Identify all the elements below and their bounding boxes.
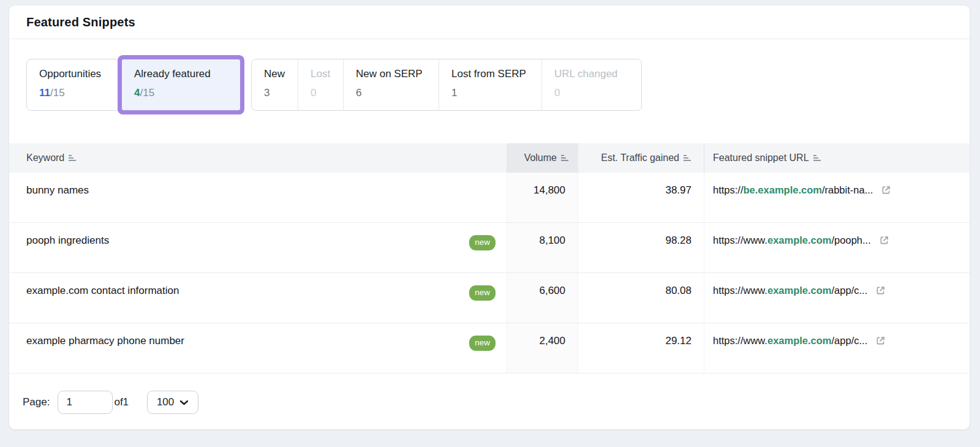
volume-value: 6,600 xyxy=(507,273,578,323)
external-link-icon[interactable] xyxy=(875,285,886,298)
column-header-url[interactable]: Featured snippet URL xyxy=(704,143,970,173)
tab-lost-count: 0 xyxy=(311,87,331,99)
snippet-url[interactable]: https://www.example.com/app/c... xyxy=(713,285,867,296)
snippet-url[interactable]: https://www.example.com/pooph... xyxy=(713,235,871,246)
tab-opportunities-label: Opportunities xyxy=(39,68,110,80)
tab-already-featured[interactable]: Already featured 4/15 xyxy=(122,59,240,110)
tab-opportunities-count: 11 xyxy=(39,87,50,99)
tab-lost-from-serp-count: 1 xyxy=(451,87,529,99)
tab-new-label: New xyxy=(264,68,285,80)
page-title: Featured Snippets xyxy=(26,15,135,29)
column-header-volume[interactable]: Volume xyxy=(507,143,578,173)
keyword-text: bunny names xyxy=(26,184,89,197)
page-size-value: 100 xyxy=(157,396,174,408)
tab-new-count: 3 xyxy=(264,87,285,99)
sort-icon[interactable] xyxy=(69,154,77,162)
tab-url-changed-count: 0 xyxy=(554,87,629,99)
snippet-url[interactable]: https://www.example.com/app/c... xyxy=(713,335,867,347)
secondary-filter-group: New 3 Lost 0 New on SERP 6 Lost from SER… xyxy=(251,59,642,111)
tab-lost-label: Lost xyxy=(311,68,331,80)
page-label: Page: xyxy=(23,396,50,408)
volume-value: 8,100 xyxy=(507,223,578,272)
traffic-value: 38.97 xyxy=(578,173,704,222)
tab-opportunities[interactable]: Opportunities 11/15 xyxy=(27,59,122,110)
external-link-icon[interactable] xyxy=(879,235,889,248)
table-row: pooph ingredients new 8,100 98.28 https:… xyxy=(9,223,970,273)
keyword-text: example.com contact information xyxy=(26,285,179,297)
panel-header: Featured Snippets xyxy=(9,6,970,39)
table-row: example pharmacy phone number new 2,400 … xyxy=(9,323,970,374)
tab-new-on-serp-label: New on SERP xyxy=(356,68,426,80)
tab-new-on-serp[interactable]: New on SERP 6 xyxy=(343,59,439,110)
url-domain: be.example.com xyxy=(744,184,822,195)
keywords-table: Keyword Volume Est. Traffic gained Featu… xyxy=(9,143,970,374)
keyword-text: pooph ingredients xyxy=(26,235,109,247)
column-header-keyword[interactable]: Keyword xyxy=(9,143,507,173)
table-header-row: Keyword Volume Est. Traffic gained Featu… xyxy=(9,143,970,173)
featured-snippets-panel: Featured Snippets Opportunities 11/15 Al… xyxy=(9,5,970,430)
url-domain: example.com xyxy=(767,335,832,346)
sort-icon[interactable] xyxy=(561,154,569,162)
external-link-icon[interactable] xyxy=(875,336,886,348)
tab-lost-from-serp[interactable]: Lost from SERP 1 xyxy=(439,59,541,110)
page-of-text: of1 xyxy=(114,396,129,408)
table-row: bunny names 14,800 38.97 https://be.exam… xyxy=(9,173,970,223)
url-domain: example.com xyxy=(767,235,832,246)
table-row: example.com contact information new 6,60… xyxy=(9,273,970,323)
page-number-input[interactable] xyxy=(58,391,113,414)
page-size-select[interactable]: 100 xyxy=(147,391,198,414)
new-badge: new xyxy=(469,235,496,250)
tab-lost: Lost 0 xyxy=(298,59,343,110)
chevron-down-icon xyxy=(179,396,189,408)
tab-url-changed-label: URL changed xyxy=(554,68,629,80)
new-badge: new xyxy=(469,285,496,301)
keyword-text: example pharmacy phone number xyxy=(26,335,184,347)
column-header-traffic[interactable]: Est. Traffic gained xyxy=(578,143,704,173)
filter-tabs-row: Opportunities 11/15 Already featured 4/1… xyxy=(26,59,952,111)
traffic-value: 80.08 xyxy=(578,273,704,323)
tab-lost-from-serp-label: Lost from SERP xyxy=(451,68,529,80)
tab-new-on-serp-count: 6 xyxy=(356,87,426,99)
traffic-value: 98.28 xyxy=(578,223,704,272)
sort-icon[interactable] xyxy=(813,154,821,162)
tab-already-featured-total: /15 xyxy=(140,87,154,99)
volume-value: 14,800 xyxy=(507,173,578,222)
volume-value: 2,400 xyxy=(507,323,578,373)
tab-opportunities-total: /15 xyxy=(50,87,65,99)
external-link-icon[interactable] xyxy=(881,185,891,198)
primary-filter-group: Opportunities 11/15 Already featured 4/1… xyxy=(26,59,241,111)
snippet-url[interactable]: https://be.example.com/rabbit-na... xyxy=(713,184,873,196)
tab-url-changed: URL changed 0 xyxy=(541,59,641,110)
tab-new[interactable]: New 3 xyxy=(252,59,298,110)
sort-icon[interactable] xyxy=(684,154,692,162)
pagination: Page: of1 100 xyxy=(23,391,198,414)
url-domain: example.com xyxy=(767,285,832,296)
tab-already-featured-label: Already featured xyxy=(134,68,228,80)
new-badge: new xyxy=(469,336,496,351)
traffic-value: 29.12 xyxy=(578,323,704,373)
